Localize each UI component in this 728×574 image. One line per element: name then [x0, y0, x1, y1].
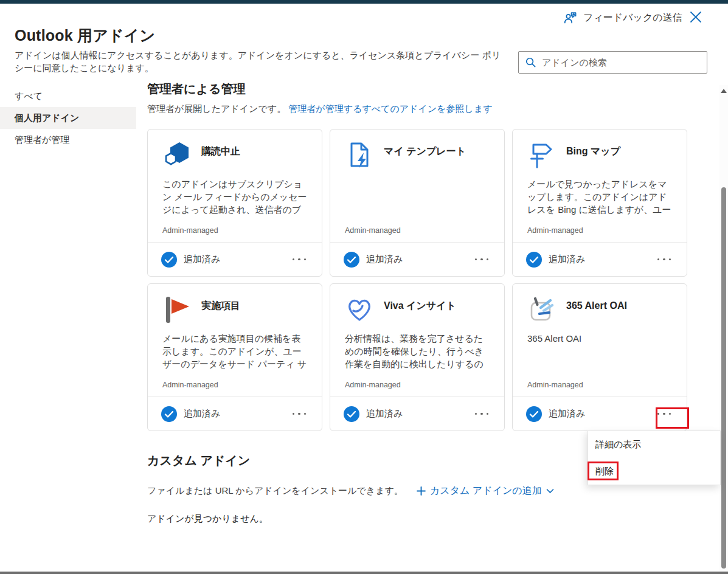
added-check-icon — [344, 406, 359, 422]
admin-managed-label: Admin-managed — [345, 226, 401, 235]
admin-managed-label: Admin-managed — [345, 381, 401, 389]
added-status-label: 追加済み — [549, 254, 585, 265]
viva-insights-heart-icon — [345, 295, 374, 324]
custom-addins-line: ファイルまたは URL からアドインをインストールできます。 カスタム アドイン… — [147, 485, 554, 497]
scrollbar-up-arrow-icon[interactable] — [721, 89, 727, 93]
addin-title: マイ テンプレート — [384, 145, 496, 157]
add-custom-addin-button[interactable]: カスタム アドインの追加 — [417, 485, 554, 497]
added-status-label: 追加済み — [549, 408, 585, 420]
send-feedback-button[interactable]: フィードバックの送信 — [563, 10, 682, 25]
sidebar-item-my-addins[interactable]: 個人用アドイン — [0, 107, 136, 129]
admin-section-heading: 管理者による管理 — [147, 81, 245, 97]
unsubscribe-cube-icon — [162, 140, 192, 170]
addin-description: メールで見つかったアドレスをマップします。このアドインはアドレスを Bing に… — [527, 178, 674, 217]
action-items-flag-icon — [162, 295, 192, 324]
more-options-button[interactable] — [290, 255, 309, 265]
send-feedback-label: フィードバックの送信 — [583, 12, 682, 24]
addin-card-bing-maps[interactable]: Bing マップ メールで見つかったアドレスをマップします。このアドインはアドレ… — [512, 129, 687, 277]
my-templates-document-bolt-icon — [345, 140, 374, 170]
admin-section-subtitle-text: 管理者が展開したアドインです。 — [147, 103, 286, 114]
search-icon — [525, 57, 536, 68]
window-bottom-edge — [0, 572, 728, 574]
custom-addins-heading: カスタム アドイン — [147, 452, 250, 469]
sidebar: すべて 個人用アドイン 管理者が管理 — [0, 85, 136, 151]
close-icon[interactable] — [688, 10, 704, 26]
window-top-accent-bar — [0, 0, 728, 4]
addin-card-grid: 購読中止 このアドインはサブスクリプション メール フィードからのメッセージによ… — [147, 129, 687, 431]
365-alert-pen-icon — [527, 295, 556, 324]
more-options-button[interactable] — [473, 409, 491, 419]
added-status-label: 追加済み — [184, 408, 220, 420]
page-title: Outlook 用アドイン — [15, 26, 155, 46]
addin-card-viva-insights[interactable]: Viva インサイト 分析情報は、業務を完了させるための時間を確保したり、行うべ… — [330, 283, 505, 431]
sidebar-item-admin-managed[interactable]: 管理者が管理 — [0, 129, 136, 151]
addin-description: 分析情報は、業務を完了させるための時間を確保したり、行うべき作業を自動的に検出し… — [345, 332, 492, 372]
added-status-label: 追加済み — [366, 408, 403, 420]
more-options-button[interactable] — [290, 409, 309, 419]
add-custom-addin-label: カスタム アドインの追加 — [430, 485, 542, 497]
admin-section-subtitle: 管理者が展開したアドインです。 管理者が管理するすべてのアドインを参照します — [147, 103, 493, 115]
addin-description: このアドインはサブスクリプション メール フィードからのメッセージによって起動さ… — [162, 178, 310, 217]
admin-managed-label: Admin-managed — [162, 226, 218, 235]
admin-managed-label: Admin-managed — [527, 381, 583, 389]
addin-description: メールにある実施項目の候補を表示します。このアドインが、ユーザーのデータをサード… — [162, 332, 310, 372]
page-description: アドインは個人情報にアクセスすることがあります。アドインをオンにすると、ライセン… — [15, 49, 510, 74]
chevron-down-icon — [546, 488, 554, 494]
card-footer: 追加済み — [513, 396, 687, 431]
addin-card-action-items[interactable]: 実施項目 メールにある実施項目の候補を表示します。このアドインが、ユーザーのデー… — [147, 283, 322, 431]
addin-search-box[interactable] — [518, 51, 707, 74]
menu-item-view-details[interactable]: 詳細の表示 — [588, 431, 720, 458]
addin-title: Viva インサイト — [384, 299, 496, 312]
see-all-admin-addins-link[interactable]: 管理者が管理するすべてのアドインを参照します — [288, 103, 492, 114]
added-check-icon — [344, 252, 359, 268]
admin-managed-label: Admin-managed — [527, 226, 583, 235]
card-context-menu: 詳細の表示 削除 — [588, 431, 721, 485]
addin-title: 購読中止 — [201, 145, 314, 157]
addin-description: 365 Alert OAI — [527, 332, 674, 345]
sidebar-item-all[interactable]: すべて — [0, 85, 136, 107]
addin-card-my-templates[interactable]: マイ テンプレート Admin-managed 追加済み — [330, 129, 505, 277]
addin-title: Bing マップ — [566, 145, 679, 157]
plus-icon — [417, 486, 426, 496]
search-input[interactable] — [542, 57, 701, 67]
added-check-icon — [161, 252, 177, 268]
scrollbar-thumb[interactable] — [721, 187, 726, 569]
more-options-button[interactable] — [473, 255, 491, 265]
addin-title: 365 Alert OAI — [566, 299, 679, 312]
card-footer: 追加済み — [148, 242, 322, 276]
added-check-icon — [526, 406, 542, 422]
card-footer: 追加済み — [330, 396, 504, 431]
card-footer: 追加済み — [148, 396, 322, 431]
added-check-icon — [161, 406, 177, 422]
no-addins-message: アドインが見つかりません。 — [147, 513, 268, 525]
feedback-person-icon — [563, 10, 578, 25]
bing-maps-signpost-icon — [527, 140, 556, 170]
addin-card-unsubscribe[interactable]: 購読中止 このアドインはサブスクリプション メール フィードからのメッセージによ… — [147, 129, 322, 277]
addin-card-365-alert-oai[interactable]: 365 Alert OAI 365 Alert OAI Admin-manage… — [512, 283, 687, 431]
vertical-scrollbar[interactable] — [719, 85, 728, 572]
added-check-icon — [526, 252, 542, 268]
addin-title: 実施項目 — [201, 299, 314, 312]
card-footer: 追加済み — [330, 242, 504, 276]
menu-item-delete[interactable]: 削除 — [588, 458, 720, 485]
more-options-button-365-alert[interactable] — [655, 409, 674, 419]
admin-managed-label: Admin-managed — [162, 381, 218, 389]
added-status-label: 追加済み — [184, 254, 220, 265]
card-footer: 追加済み — [513, 242, 687, 276]
more-options-button[interactable] — [655, 255, 674, 265]
custom-addins-description: ファイルまたは URL からアドインをインストールできます。 — [147, 485, 403, 497]
added-status-label: 追加済み — [366, 254, 403, 265]
